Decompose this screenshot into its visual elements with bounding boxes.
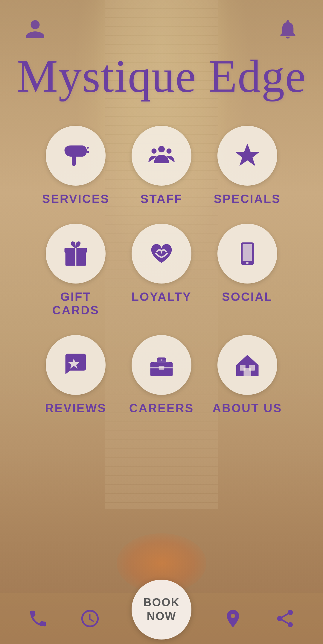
svg-point-0 [84, 148, 86, 150]
location-icon [223, 608, 243, 629]
svg-point-1 [87, 151, 89, 153]
staff-icon [147, 141, 176, 171]
star-icon [232, 141, 262, 171]
menu-item-social[interactable]: SOCIAL [210, 224, 284, 317]
social-circle [217, 224, 277, 284]
svg-point-4 [151, 148, 156, 153]
staff-circle [132, 126, 191, 186]
careers-label: CAREERS [129, 401, 194, 415]
gift-cards-label: GIFT CARDS [39, 290, 113, 317]
svg-rect-20 [240, 365, 246, 371]
clock-icon [80, 608, 100, 629]
staff-label: STAFF [141, 192, 183, 206]
menu-item-reviews[interactable]: REVIEWS [39, 335, 113, 415]
reviews-label: REVIEWS [45, 401, 106, 415]
social-phone-icon [232, 239, 262, 269]
location-nav-button[interactable] [223, 608, 243, 629]
svg-point-3 [158, 146, 165, 152]
gift-cards-circle [46, 224, 106, 284]
bottom-nav: BOOKNOW [0, 593, 323, 644]
menu-item-services[interactable]: SERVICES [39, 126, 113, 206]
menu-item-specials[interactable]: SPECIALS [210, 126, 284, 206]
services-circle [46, 126, 106, 186]
house-icon [232, 350, 262, 380]
share-nav-button[interactable] [275, 608, 295, 629]
loyalty-circle [132, 224, 191, 284]
menu-grid: SERVICES STAFF [15, 102, 308, 415]
loyalty-icon [147, 239, 176, 269]
svg-rect-21 [249, 365, 255, 371]
app-title-section: Mystique Edge [0, 51, 323, 102]
svg-point-5 [166, 148, 171, 153]
app-title: Mystique Edge [12, 51, 311, 102]
reviews-circle [46, 335, 106, 395]
svg-rect-16 [159, 366, 164, 370]
services-label: SERVICES [42, 192, 110, 206]
notification-bell-icon[interactable] [277, 18, 299, 42]
book-now-text: BOOKNOW [143, 596, 180, 623]
menu-item-gift-cards[interactable]: GIFT CARDS [39, 224, 113, 317]
gift-icon [61, 239, 91, 269]
svg-point-18 [161, 359, 162, 360]
hairdryer-icon [61, 141, 91, 171]
svg-point-2 [87, 147, 89, 149]
menu-item-loyalty[interactable]: LOYALTY [125, 224, 199, 317]
profile-icon[interactable] [24, 18, 46, 42]
careers-circle [132, 335, 191, 395]
phone-nav-button[interactable] [28, 608, 48, 629]
briefcase-icon [147, 350, 176, 380]
book-now-button[interactable]: BOOKNOW [132, 580, 191, 640]
about-us-circle [217, 335, 277, 395]
svg-marker-6 [235, 143, 259, 166]
menu-item-about-us[interactable]: ABOUT US [210, 335, 284, 415]
about-us-label: ABOUT US [212, 401, 282, 415]
specials-circle [217, 126, 277, 186]
menu-item-careers[interactable]: CAREERS [125, 335, 199, 415]
svg-rect-11 [243, 244, 252, 261]
top-bar [0, 0, 323, 42]
svg-point-12 [246, 262, 249, 264]
specials-label: SPECIALS [214, 192, 281, 206]
phone-nav-icon [28, 608, 48, 629]
loyalty-label: LOYALTY [131, 290, 191, 304]
social-label: SOCIAL [222, 290, 272, 304]
menu-item-staff[interactable]: STAFF [125, 126, 199, 206]
share-icon [275, 608, 295, 629]
reviews-icon [61, 350, 91, 380]
clock-nav-button[interactable] [80, 608, 100, 629]
